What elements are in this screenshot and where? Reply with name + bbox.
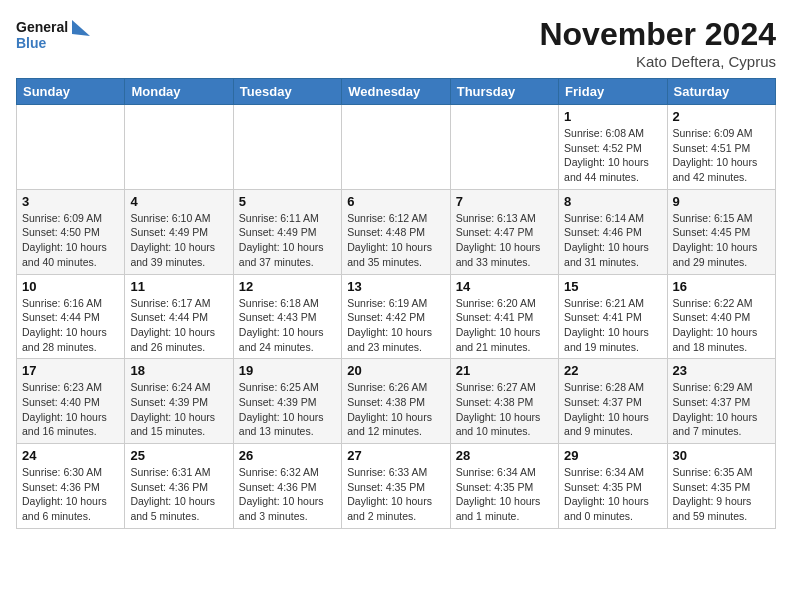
weekday-header-friday: Friday [559,79,667,105]
day-number: 15 [564,279,661,294]
day-info: Sunrise: 6:09 AMSunset: 4:50 PMDaylight:… [22,211,119,270]
day-cell: 28Sunrise: 6:34 AMSunset: 4:35 PMDayligh… [450,444,558,529]
day-number: 22 [564,363,661,378]
day-number: 23 [673,363,770,378]
weekday-header-thursday: Thursday [450,79,558,105]
day-number: 29 [564,448,661,463]
week-row-1: 1Sunrise: 6:08 AMSunset: 4:52 PMDaylight… [17,105,776,190]
day-info: Sunrise: 6:18 AMSunset: 4:43 PMDaylight:… [239,296,336,355]
svg-text:Blue: Blue [16,35,47,51]
weekday-header-sunday: Sunday [17,79,125,105]
day-info: Sunrise: 6:28 AMSunset: 4:37 PMDaylight:… [564,380,661,439]
day-cell: 4Sunrise: 6:10 AMSunset: 4:49 PMDaylight… [125,189,233,274]
day-info: Sunrise: 6:11 AMSunset: 4:49 PMDaylight:… [239,211,336,270]
day-info: Sunrise: 6:35 AMSunset: 4:35 PMDaylight:… [673,465,770,524]
week-row-2: 3Sunrise: 6:09 AMSunset: 4:50 PMDaylight… [17,189,776,274]
day-number: 20 [347,363,444,378]
day-info: Sunrise: 6:14 AMSunset: 4:46 PMDaylight:… [564,211,661,270]
week-row-4: 17Sunrise: 6:23 AMSunset: 4:40 PMDayligh… [17,359,776,444]
page-header: GeneralBlue November 2024 Kato Deftera, … [16,16,776,70]
day-info: Sunrise: 6:21 AMSunset: 4:41 PMDaylight:… [564,296,661,355]
day-cell: 2Sunrise: 6:09 AMSunset: 4:51 PMDaylight… [667,105,775,190]
day-number: 2 [673,109,770,124]
day-info: Sunrise: 6:23 AMSunset: 4:40 PMDaylight:… [22,380,119,439]
day-number: 12 [239,279,336,294]
day-cell: 5Sunrise: 6:11 AMSunset: 4:49 PMDaylight… [233,189,341,274]
day-number: 5 [239,194,336,209]
day-info: Sunrise: 6:09 AMSunset: 4:51 PMDaylight:… [673,126,770,185]
day-number: 26 [239,448,336,463]
day-info: Sunrise: 6:17 AMSunset: 4:44 PMDaylight:… [130,296,227,355]
day-number: 6 [347,194,444,209]
day-number: 17 [22,363,119,378]
day-info: Sunrise: 6:34 AMSunset: 4:35 PMDaylight:… [564,465,661,524]
day-cell: 29Sunrise: 6:34 AMSunset: 4:35 PMDayligh… [559,444,667,529]
day-cell: 26Sunrise: 6:32 AMSunset: 4:36 PMDayligh… [233,444,341,529]
day-number: 30 [673,448,770,463]
day-number: 9 [673,194,770,209]
day-number: 18 [130,363,227,378]
day-cell [450,105,558,190]
day-info: Sunrise: 6:33 AMSunset: 4:35 PMDaylight:… [347,465,444,524]
svg-text:General: General [16,19,68,35]
day-cell: 7Sunrise: 6:13 AMSunset: 4:47 PMDaylight… [450,189,558,274]
day-number: 11 [130,279,227,294]
day-info: Sunrise: 6:20 AMSunset: 4:41 PMDaylight:… [456,296,553,355]
weekday-header-tuesday: Tuesday [233,79,341,105]
weekday-header-wednesday: Wednesday [342,79,450,105]
title-block: November 2024 Kato Deftera, Cyprus [539,16,776,70]
day-cell: 18Sunrise: 6:24 AMSunset: 4:39 PMDayligh… [125,359,233,444]
day-number: 8 [564,194,661,209]
day-cell: 13Sunrise: 6:19 AMSunset: 4:42 PMDayligh… [342,274,450,359]
svg-marker-2 [72,20,90,36]
day-number: 7 [456,194,553,209]
day-info: Sunrise: 6:26 AMSunset: 4:38 PMDaylight:… [347,380,444,439]
day-number: 16 [673,279,770,294]
day-cell: 3Sunrise: 6:09 AMSunset: 4:50 PMDaylight… [17,189,125,274]
day-cell: 9Sunrise: 6:15 AMSunset: 4:45 PMDaylight… [667,189,775,274]
day-info: Sunrise: 6:34 AMSunset: 4:35 PMDaylight:… [456,465,553,524]
day-cell: 8Sunrise: 6:14 AMSunset: 4:46 PMDaylight… [559,189,667,274]
day-info: Sunrise: 6:12 AMSunset: 4:48 PMDaylight:… [347,211,444,270]
day-info: Sunrise: 6:22 AMSunset: 4:40 PMDaylight:… [673,296,770,355]
day-number: 3 [22,194,119,209]
day-cell [233,105,341,190]
day-number: 10 [22,279,119,294]
day-cell [342,105,450,190]
day-number: 21 [456,363,553,378]
day-cell: 12Sunrise: 6:18 AMSunset: 4:43 PMDayligh… [233,274,341,359]
day-cell: 1Sunrise: 6:08 AMSunset: 4:52 PMDaylight… [559,105,667,190]
day-info: Sunrise: 6:19 AMSunset: 4:42 PMDaylight:… [347,296,444,355]
day-number: 25 [130,448,227,463]
logo: GeneralBlue [16,16,96,56]
day-info: Sunrise: 6:13 AMSunset: 4:47 PMDaylight:… [456,211,553,270]
day-cell: 23Sunrise: 6:29 AMSunset: 4:37 PMDayligh… [667,359,775,444]
day-number: 13 [347,279,444,294]
day-info: Sunrise: 6:24 AMSunset: 4:39 PMDaylight:… [130,380,227,439]
day-number: 27 [347,448,444,463]
calendar-table: SundayMondayTuesdayWednesdayThursdayFrid… [16,78,776,529]
day-cell: 14Sunrise: 6:20 AMSunset: 4:41 PMDayligh… [450,274,558,359]
day-info: Sunrise: 6:30 AMSunset: 4:36 PMDaylight:… [22,465,119,524]
day-number: 24 [22,448,119,463]
month-title: November 2024 [539,16,776,53]
day-cell: 25Sunrise: 6:31 AMSunset: 4:36 PMDayligh… [125,444,233,529]
day-info: Sunrise: 6:27 AMSunset: 4:38 PMDaylight:… [456,380,553,439]
logo-icon: GeneralBlue [16,16,96,56]
day-info: Sunrise: 6:25 AMSunset: 4:39 PMDaylight:… [239,380,336,439]
week-row-5: 24Sunrise: 6:30 AMSunset: 4:36 PMDayligh… [17,444,776,529]
weekday-header-row: SundayMondayTuesdayWednesdayThursdayFrid… [17,79,776,105]
day-cell [125,105,233,190]
day-number: 14 [456,279,553,294]
day-cell: 19Sunrise: 6:25 AMSunset: 4:39 PMDayligh… [233,359,341,444]
day-number: 4 [130,194,227,209]
day-cell: 11Sunrise: 6:17 AMSunset: 4:44 PMDayligh… [125,274,233,359]
day-info: Sunrise: 6:10 AMSunset: 4:49 PMDaylight:… [130,211,227,270]
week-row-3: 10Sunrise: 6:16 AMSunset: 4:44 PMDayligh… [17,274,776,359]
day-cell: 17Sunrise: 6:23 AMSunset: 4:40 PMDayligh… [17,359,125,444]
weekday-header-monday: Monday [125,79,233,105]
day-info: Sunrise: 6:16 AMSunset: 4:44 PMDaylight:… [22,296,119,355]
day-info: Sunrise: 6:32 AMSunset: 4:36 PMDaylight:… [239,465,336,524]
day-info: Sunrise: 6:29 AMSunset: 4:37 PMDaylight:… [673,380,770,439]
weekday-header-saturday: Saturday [667,79,775,105]
